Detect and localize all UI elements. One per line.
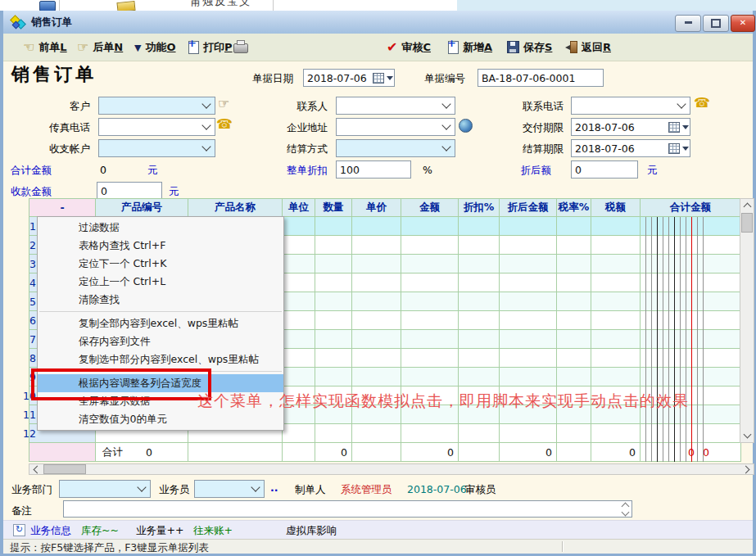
received-input[interactable]: 0 — [97, 182, 162, 200]
table-cell-discount[interactable] — [459, 273, 500, 292]
menu-item-2[interactable]: 定位下一个 Ctrl+K — [38, 255, 283, 273]
table-cell-amount[interactable] — [401, 368, 459, 386]
table-cell-qty[interactable] — [315, 368, 352, 386]
table-cell-amount[interactable] — [401, 236, 459, 255]
table-cell-discamt[interactable] — [500, 311, 557, 330]
phone-icon[interactable] — [694, 95, 710, 111]
table-cell-discamt[interactable] — [500, 368, 557, 386]
table-cell-tax[interactable] — [591, 424, 641, 443]
doc-no-field[interactable]: BA-18-07-06-0001 — [478, 69, 604, 87]
discounted-input[interactable]: 0 — [571, 160, 638, 179]
table-cell-unit[interactable] — [283, 424, 315, 443]
scrollbar-thumb[interactable] — [741, 213, 753, 233]
table-cell-discount[interactable] — [459, 255, 500, 273]
table-cell-price[interactable] — [352, 424, 401, 443]
table-cell-taxrate[interactable] — [557, 236, 591, 255]
salesman-combo[interactable] — [194, 480, 265, 498]
table-cell-unit[interactable] — [283, 273, 315, 292]
table-cell-taxrate[interactable] — [557, 273, 591, 292]
grid-header-taxrate[interactable]: 税率% — [557, 198, 591, 217]
table-cell-unit[interactable] — [283, 330, 315, 349]
table-cell-amount[interactable] — [401, 349, 459, 368]
vertical-scrollbar[interactable] — [740, 198, 754, 443]
grid-header-total[interactable]: 合计金额 — [641, 198, 741, 217]
table-cell-discount[interactable] — [459, 424, 500, 443]
table-cell-unit[interactable] — [283, 236, 315, 255]
phone-icon[interactable] — [216, 116, 233, 132]
table-cell-discount[interactable] — [459, 368, 500, 386]
table-cell-discamt[interactable] — [500, 236, 557, 255]
scroll-down-arrow[interactable] — [744, 431, 752, 439]
table-cell-unit[interactable] — [283, 217, 315, 236]
scrollbar-thumb[interactable] — [43, 464, 86, 474]
table-cell-discount[interactable] — [459, 330, 500, 349]
print-button[interactable]: 打印P — [188, 38, 233, 56]
account-combo[interactable] — [98, 139, 215, 157]
back-button[interactable]: 返回R — [565, 38, 611, 56]
note-input[interactable] — [63, 500, 632, 518]
table-cell-price[interactable] — [352, 236, 401, 255]
table-cell-unit[interactable] — [283, 292, 315, 311]
settle-term-date-field[interactable]: 2018-07-06 — [571, 139, 690, 157]
grid-header-name[interactable]: 产品名称 — [188, 198, 283, 217]
grid-header-rownum[interactable]: - — [29, 198, 96, 217]
table-cell-tax[interactable] — [591, 311, 641, 330]
menu-item-7[interactable]: 复制选中部分内容到excel、wps里粘帖 — [38, 350, 283, 368]
table-cell-taxrate[interactable] — [557, 368, 591, 386]
globe-icon[interactable] — [459, 119, 473, 133]
table-cell-discamt[interactable] — [500, 424, 557, 443]
minimize-button[interactable] — [675, 15, 701, 32]
deliver-date-field[interactable]: 2018-07-06 — [571, 118, 690, 136]
table-cell-qty[interactable] — [315, 424, 352, 443]
table-cell-taxrate[interactable] — [557, 424, 591, 443]
table-cell-discamt[interactable] — [500, 273, 557, 292]
table-cell-taxrate[interactable] — [557, 255, 591, 273]
contact-phone-combo[interactable] — [571, 97, 690, 115]
table-cell-discamt[interactable] — [500, 255, 557, 273]
doc-date-field[interactable]: 2018-07-06 — [303, 69, 395, 87]
table-cell-tax[interactable] — [591, 217, 641, 236]
horizontal-scrollbar[interactable] — [29, 463, 754, 475]
scroll-right-arrow[interactable] — [742, 466, 750, 474]
table-cell-tax[interactable] — [591, 349, 641, 368]
prev-doc-button[interactable]: 前单L — [23, 38, 67, 56]
table-cell-qty[interactable] — [315, 236, 352, 255]
table-cell-discamt[interactable] — [500, 292, 557, 311]
table-cell-taxrate[interactable] — [557, 217, 591, 236]
table-cell-unit[interactable] — [283, 311, 315, 330]
audit-button[interactable]: 审核C — [387, 38, 431, 56]
scroll-left-arrow[interactable] — [34, 466, 42, 474]
menu-item-5[interactable]: 复制全部内容到excel、wps里粘帖 — [38, 314, 283, 332]
table-cell-price[interactable] — [352, 311, 401, 330]
table-cell-price[interactable] — [352, 217, 401, 236]
table-cell-qty[interactable] — [315, 330, 352, 349]
table-cell-amount[interactable] — [401, 330, 459, 349]
table-cell-discamt[interactable] — [500, 349, 557, 368]
table-cell-price[interactable] — [352, 330, 401, 349]
menu-item-1[interactable]: 表格内查找 Ctrl+F — [38, 237, 283, 255]
browse-hand-icon[interactable] — [218, 96, 229, 111]
browse-dots[interactable]: .. — [270, 481, 278, 494]
table-cell-amount[interactable] — [401, 424, 459, 443]
address-combo[interactable] — [336, 118, 455, 136]
table-cell-qty[interactable] — [315, 292, 352, 311]
settle-method-combo[interactable] — [336, 139, 455, 157]
table-cell-tax[interactable] — [591, 330, 641, 349]
table-cell-discount[interactable] — [459, 311, 500, 330]
table-cell-amount[interactable] — [401, 311, 459, 330]
menu-item-6[interactable]: 保存内容到文件 — [38, 332, 283, 350]
table-cell-discamt[interactable] — [500, 217, 557, 236]
table-cell-price[interactable] — [352, 273, 401, 292]
table-cell-unit[interactable] — [283, 349, 315, 368]
dept-combo[interactable] — [59, 480, 151, 498]
discount-input[interactable]: 100 — [336, 160, 411, 179]
grid-header-amount[interactable]: 金额 — [401, 198, 459, 217]
table-cell-discount[interactable] — [459, 217, 500, 236]
table-cell-discount[interactable] — [459, 236, 500, 255]
grid-header-discamt[interactable]: 折后金额 — [500, 198, 557, 217]
table-cell-qty[interactable] — [315, 349, 352, 368]
grid-header-unit[interactable]: 单位 — [283, 198, 315, 217]
menu-item-0[interactable]: 过滤数据 — [38, 219, 283, 237]
menu-item-3[interactable]: 定位上一个 Ctrl+L — [38, 273, 283, 291]
table-cell-qty[interactable] — [315, 255, 352, 273]
